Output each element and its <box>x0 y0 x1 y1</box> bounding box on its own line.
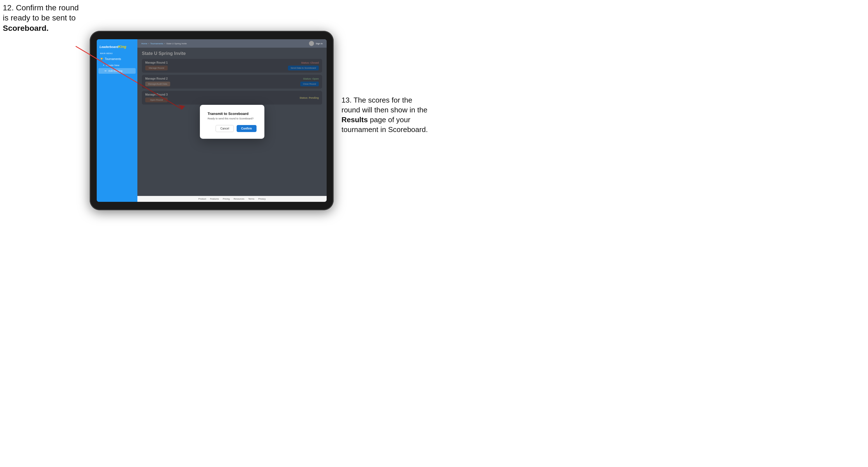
footer-product[interactable]: Product <box>198 198 206 200</box>
main-content: Home › Tournaments › State U Spring Invi… <box>137 39 327 202</box>
sidebar-item-create-new[interactable]: + Create New <box>97 63 137 68</box>
tablet-device: LeaderboardKing MAIN MENU 🏆 Tournaments … <box>90 31 334 210</box>
modal-confirm-button[interactable]: Confirm <box>237 125 256 132</box>
tablet-screen: LeaderboardKing MAIN MENU 🏆 Tournaments … <box>97 39 327 202</box>
annotation-step13: 13. The scores for the round will then s… <box>341 95 431 134</box>
page-content: State U Spring Invite Manage Round 1 Man… <box>137 48 327 196</box>
top-nav-right: Sign In <box>309 41 323 46</box>
sidebar-item-tournaments-label: Tournaments <box>105 58 121 61</box>
annotation-step12: 12. Confirm the round is ready to be sen… <box>3 3 79 33</box>
modal-buttons: Cancel Confirm <box>208 125 256 132</box>
annotation-step12-bold: Scoreboard. <box>3 24 49 33</box>
breadcrumb-tournaments[interactable]: Tournaments <box>150 42 163 45</box>
sidebar: LeaderboardKing MAIN MENU 🏆 Tournaments … <box>97 39 137 202</box>
logo-area: LeaderboardKing <box>97 42 137 51</box>
footer-pricing[interactable]: Pricing <box>223 198 229 200</box>
user-avatar <box>309 41 314 46</box>
footer-resources[interactable]: Resources <box>234 198 244 200</box>
breadcrumb: Home › Tournaments › State U Spring Invi… <box>141 42 187 45</box>
modal-subtitle: Ready to send this round to Scoreboard? <box>208 117 256 120</box>
transmit-modal: Transmit to Scoreboard Ready to send thi… <box>200 105 265 139</box>
edit-existing-label: Edit Existing <box>108 69 123 72</box>
edit-icon: ✏ <box>104 69 107 72</box>
trophy-icon: 🏆 <box>100 58 103 61</box>
main-menu-label: MAIN MENU <box>97 51 137 56</box>
modal-cancel-button[interactable]: Cancel <box>216 125 234 132</box>
footer-features[interactable]: Features <box>210 198 219 200</box>
sidebar-item-tournaments[interactable]: 🏆 Tournaments <box>97 56 137 63</box>
annotation-step13-bold: Results <box>341 116 368 124</box>
modal-overlay[interactable]: Transmit to Scoreboard Ready to send thi… <box>137 48 327 196</box>
plus-icon: + <box>103 64 104 67</box>
breadcrumb-home[interactable]: Home <box>141 42 147 45</box>
footer-terms[interactable]: Terms <box>248 198 254 200</box>
breadcrumb-current: State U Spring Invite <box>166 42 187 45</box>
top-nav: Home › Tournaments › State U Spring Invi… <box>137 39 327 48</box>
footer-privacy[interactable]: Privacy <box>258 198 266 200</box>
footer: Product Features Pricing Resources Terms… <box>137 196 327 202</box>
sidebar-item-edit-existing[interactable]: ✏ Edit Existing <box>98 68 136 74</box>
create-new-label: Create New <box>106 64 119 67</box>
app-layout: LeaderboardKing MAIN MENU 🏆 Tournaments … <box>97 39 327 202</box>
sign-in-button[interactable]: Sign In <box>316 42 323 45</box>
modal-title: Transmit to Scoreboard <box>208 112 256 116</box>
